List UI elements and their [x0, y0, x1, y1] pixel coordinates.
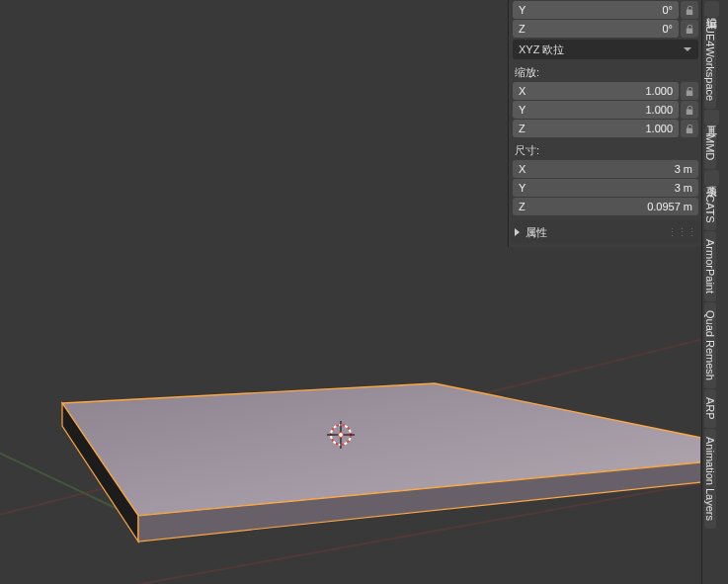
rotation-mode-select[interactable]: XYZ 欧拉	[513, 40, 698, 59]
dim-z-value: 0.0957 m	[647, 201, 692, 212]
side-tabs: 编辑 UE4Workspace 工具 MMD 项条 CATS ArmorPain…	[701, 0, 728, 584]
scale-y-value: 1.000	[645, 104, 673, 116]
axis-label: Z	[519, 201, 532, 212]
rotation-mode-label: XYZ 欧拉	[519, 42, 564, 57]
side-tab-tools[interactable]: 工具	[704, 110, 719, 125]
rotation-y-lock[interactable]	[681, 1, 698, 19]
properties-panel-header[interactable]: 属性 ⋮⋮⋮	[511, 221, 700, 243]
side-tab-edit[interactable]: 编辑	[704, 1, 719, 17]
side-tab-quadremesh[interactable]: Quad Remesh	[704, 302, 716, 388]
scale-x-lock[interactable]	[681, 82, 698, 100]
scale-z-value: 1.000	[645, 123, 673, 134]
side-tab-mmd[interactable]: MMD	[704, 126, 716, 168]
scale-z-field[interactable]: Z 1.000	[513, 120, 679, 137]
side-tab-ue4workspace[interactable]: UE4Workspace	[704, 18, 716, 109]
axis-label: Z	[519, 123, 532, 134]
scale-z-lock[interactable]	[681, 120, 698, 137]
rotation-y-value: 0°	[662, 4, 673, 16]
side-tab-item[interactable]: 项条	[704, 170, 719, 186]
axis-label: Y	[519, 104, 532, 116]
dim-y-value: 3 m	[675, 182, 692, 194]
scale-y-field[interactable]: Y 1.000	[513, 101, 679, 119]
axis-label: Y	[519, 4, 532, 16]
dimensions-section-label: 尺寸:	[515, 143, 696, 158]
axis-label: Z	[519, 23, 532, 35]
dim-x-field[interactable]: X 3 m	[513, 160, 698, 178]
rotation-z-lock[interactable]	[681, 20, 698, 38]
grip-icon: ⋮⋮⋮	[667, 226, 696, 239]
triangle-right-icon	[515, 228, 520, 236]
scale-y-lock[interactable]	[681, 101, 698, 119]
axis-label: X	[519, 163, 532, 175]
dim-z-field[interactable]: Z 0.0957 m	[513, 198, 698, 215]
dim-x-value: 3 m	[675, 163, 692, 175]
side-tab-animationlayers[interactable]: Animation Layers	[704, 429, 716, 529]
side-tab-arp[interactable]: ARP	[704, 389, 716, 428]
svg-point-4	[339, 433, 344, 438]
scale-x-value: 1.000	[645, 85, 673, 97]
side-tab-cats[interactable]: CATS	[704, 187, 716, 231]
side-tab-armorpaint[interactable]: ArmorPaint	[704, 231, 716, 301]
axis-label: X	[519, 85, 532, 97]
chevron-down-icon	[683, 44, 692, 54]
scale-x-field[interactable]: X 1.000	[513, 82, 679, 100]
properties-panel-title: 属性	[526, 225, 547, 240]
axis-label: Y	[519, 182, 532, 194]
rotation-z-value: 0°	[662, 23, 673, 35]
rotation-z-field[interactable]: Z 0°	[513, 20, 679, 38]
scale-section-label: 缩放:	[515, 65, 696, 80]
rotation-y-field[interactable]: Y 0°	[513, 1, 679, 19]
n-panel: Y 0° Z 0° XYZ 欧拉 缩放: X 1.00	[508, 0, 702, 247]
dim-y-field[interactable]: Y 3 m	[513, 179, 698, 197]
